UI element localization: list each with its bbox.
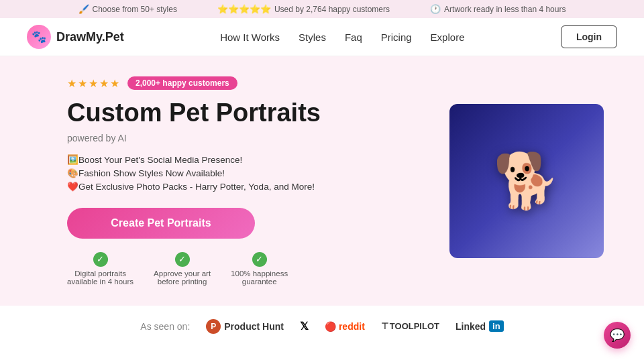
linkedin-text: Linked (455, 321, 486, 332)
guarantee-approve: ✓ Approve your artbefore printing (154, 252, 211, 286)
banner-styles-text: Choose from 50+ styles (93, 5, 177, 14)
reddit-icon: 🔴 (325, 321, 336, 332)
feature-1: 🖼️Boost Your Pet's Social Media Presence… (67, 154, 423, 165)
toolpilot-logo: ⊤ TOOLPILOT (381, 321, 439, 331)
hero-subtitle: powered by AI (67, 133, 423, 143)
pet-photo: 🐕 (493, 149, 560, 213)
pet-portrait-image: 🐕 (449, 104, 604, 258)
reddit-text: reddit (339, 321, 365, 332)
check-icon-3: ✓ (252, 252, 267, 267)
reddit-logo: 🔴 reddit (325, 321, 365, 332)
feature-2: 🎨Fashion Show Styles Now Available! (67, 168, 423, 178)
customers-badge: 2,000+ happy customers (127, 76, 237, 90)
guarantee-3-text: 100% happinessguarantee (231, 269, 288, 286)
nav-faq[interactable]: Faq (345, 32, 362, 43)
guarantee-happiness: ✓ 100% happinessguarantee (231, 252, 288, 286)
guarantee-digital: ✓ Digital portraitsavailable in 4 hours (67, 252, 133, 286)
x-logo: 𝕏 (300, 320, 309, 333)
create-portraits-button[interactable]: Create Pet Portraits (67, 208, 255, 239)
nav-styles[interactable]: Styles (299, 32, 326, 43)
rating-badge: ★★★★★ 2,000+ happy customers (67, 76, 423, 90)
guarantee-1-text: Digital portraitsavailable in 4 hours (67, 269, 133, 286)
banner-customers-text: Used by 2,764 happy customers (274, 5, 390, 14)
palette-icon: 🖌️ (78, 4, 89, 14)
as-seen-on-section: As seen on: P Product Hunt 𝕏 🔴 reddit ⊤ … (0, 306, 644, 347)
ph-icon: P (206, 319, 221, 334)
logo-icon: 🐾 (27, 25, 51, 49)
x-icon: 𝕏 (300, 320, 309, 333)
chat-bubble-button[interactable]: 💬 (604, 322, 631, 349)
navbar: 🐾 DrawMy.Pet How It Works Styles Faq Pri… (0, 18, 644, 56)
star-rating: ★★★★★ (67, 77, 121, 90)
star-icon: ⭐⭐⭐⭐⭐ (217, 4, 271, 14)
banner-item-customers: ⭐⭐⭐⭐⭐ Used by 2,764 happy customers (217, 4, 390, 14)
nav-links: How It Works Styles Faq Pricing Explore (220, 32, 464, 43)
popular-styles-section: Popular Styles 👑 ⚔️ 🐕 ❤️ (0, 347, 644, 362)
top-banner: 🖌️ Choose from 50+ styles ⭐⭐⭐⭐⭐ Used by … (0, 0, 644, 18)
linkedin-in-badge: in (489, 320, 504, 332)
producthunt-logo: P Product Hunt (206, 319, 284, 334)
banner-time-text: Artwork ready in less than 4 hours (444, 5, 566, 14)
clock-icon: 🕐 (430, 4, 441, 14)
nav-explore[interactable]: Explore (431, 32, 465, 43)
hero-image: 🐕 (449, 104, 604, 258)
nav-how-it-works[interactable]: How It Works (220, 32, 280, 43)
banner-item-time: 🕐 Artwork ready in less than 4 hours (430, 4, 566, 14)
feature-3: ❤️Get Exclusive Photo Packs - Harry Pott… (67, 181, 423, 192)
hero-section: ★★★★★ 2,000+ happy customers Custom Pet … (0, 56, 644, 306)
check-icon-2: ✓ (175, 252, 190, 267)
hero-content: ★★★★★ 2,000+ happy customers Custom Pet … (67, 76, 423, 286)
as-seen-on-label: As seen on: (140, 321, 190, 332)
toolpilot-text: TOOLPILOT (390, 321, 439, 331)
producthunt-text: Product Hunt (224, 321, 284, 332)
toolpilot-icon: ⊤ (381, 321, 388, 331)
hero-features: 🖼️Boost Your Pet's Social Media Presence… (67, 154, 423, 192)
banner-item-styles: 🖌️ Choose from 50+ styles (78, 4, 177, 14)
logo-text: DrawMy.Pet (56, 30, 124, 44)
nav-pricing[interactable]: Pricing (381, 32, 412, 43)
hero-title: Custom Pet Portraits (67, 98, 423, 129)
login-button[interactable]: Login (561, 25, 617, 48)
check-icon-1: ✓ (93, 252, 108, 267)
guarantees: ✓ Digital portraitsavailable in 4 hours … (67, 252, 423, 286)
logo[interactable]: 🐾 DrawMy.Pet (27, 25, 124, 49)
linkedin-logo: Linked in (455, 320, 504, 332)
guarantee-2-text: Approve your artbefore printing (154, 269, 211, 286)
